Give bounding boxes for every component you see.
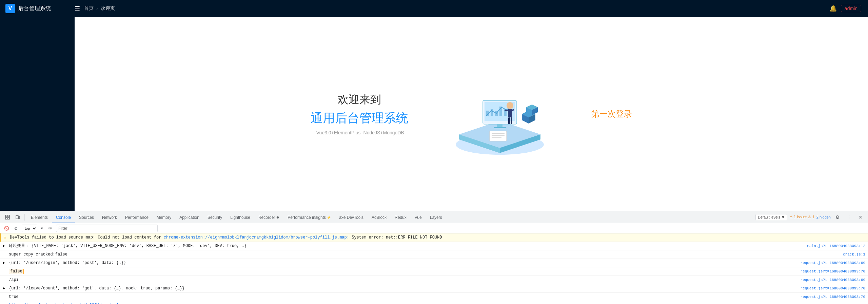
- console-row: ⚠ DevTools failed to load source map: Co…: [0, 233, 868, 242]
- tab-application[interactable]: Application: [175, 212, 203, 223]
- tab-lighthouse[interactable]: Lighthouse: [226, 212, 254, 223]
- tab-elements[interactable]: Elements: [27, 212, 52, 223]
- illustration: [442, 66, 557, 162]
- false-value: false: [9, 269, 24, 274]
- console-row: ▶ {url: '/leave/count', method: 'get', d…: [0, 284, 868, 293]
- console-row: true request.js?t=1688004038093:70: [0, 293, 868, 301]
- device-toggle-btn[interactable]: [13, 212, 22, 222]
- console-row: https://www.fastmock.site/mock/da68fdd..…: [0, 301, 868, 304]
- expand-icon[interactable]: ▶: [3, 260, 9, 266]
- console-message: https://www.fastmock.site/mock/da68fdd..…: [9, 302, 865, 304]
- eye-btn[interactable]: 👁: [46, 225, 54, 232]
- devtools-filter-bar: 🚫 ⊘ top ▼ 👁: [0, 223, 868, 233]
- console-row: ▶ 环境变量： {VITE_NAME: 'jack', VITE_USER_NO…: [0, 242, 868, 250]
- console-row: false request.js?t=1688004038093:70: [0, 267, 868, 276]
- tab-adblock[interactable]: AdBlock: [368, 212, 391, 223]
- console-source-link[interactable]: request.js?t=1688004038093:69: [801, 260, 865, 266]
- more-options-btn[interactable]: ⋮: [844, 212, 854, 222]
- console-message: true: [9, 294, 798, 300]
- tab-memory[interactable]: Memory: [153, 212, 175, 223]
- context-select[interactable]: top: [22, 225, 37, 232]
- welcome-text: 欢迎来到 通用后台管理系统 -Vue3.0+ElementPlus+NodeJS…: [311, 92, 408, 135]
- console-message: super_copy_cracked:false: [9, 251, 840, 258]
- console-source-link[interactable]: crack.js:1: [843, 251, 865, 258]
- source-map-link[interactable]: chrome-extension://eighmmolobklfanjocnam…: [164, 235, 347, 240]
- welcome-subtitle: 通用后台管理系统: [311, 110, 408, 127]
- console-message: {url: '/leave/count', method: 'get', dat…: [9, 285, 798, 291]
- svg-rect-12: [494, 127, 506, 128]
- svg-rect-33: [16, 215, 18, 219]
- expand-icon[interactable]: ▶: [3, 285, 9, 291]
- settings-btn[interactable]: ⚙: [833, 212, 842, 222]
- inspect-element-btn[interactable]: [3, 212, 12, 222]
- main-content: 欢迎来到 通用后台管理系统 -Vue3.0+ElementPlus+NodeJS…: [75, 17, 868, 211]
- console-row: super_copy_cracked:false crack.js:1: [0, 250, 868, 259]
- filter-input[interactable]: [56, 225, 158, 232]
- breadcrumb-current: 欢迎页: [101, 5, 115, 12]
- topbar-right: 🔔 admin: [829, 5, 868, 12]
- svg-rect-24: [511, 117, 512, 124]
- tab-layers[interactable]: Layers: [426, 212, 446, 223]
- svg-rect-30: [8, 215, 9, 217]
- svg-rect-23: [508, 117, 510, 124]
- console-row: /api request.js?t=1688004038093:69: [0, 276, 868, 284]
- svg-rect-25: [490, 131, 507, 141]
- svg-rect-8: [495, 111, 498, 116]
- console-source-link[interactable]: request.js?t=1688004038093:70: [801, 268, 865, 274]
- sidebar: [0, 17, 75, 211]
- console-message: DevTools failed to load source map: Coul…: [10, 234, 865, 241]
- svg-rect-34: [19, 216, 20, 219]
- welcome-area: 欢迎来到 通用后台管理系统 -Vue3.0+ElementPlus+NodeJS…: [75, 66, 868, 162]
- tab-recorder[interactable]: Recorder ⏺: [254, 212, 283, 223]
- svg-point-19: [507, 102, 513, 109]
- logo-area: V 后台管理系统: [0, 4, 75, 13]
- tab-vue[interactable]: Vue: [411, 212, 426, 223]
- breadcrumb-home[interactable]: 首页: [84, 5, 94, 12]
- svg-rect-9: [499, 107, 502, 116]
- app-title: 后台管理系统: [18, 5, 51, 12]
- first-login-text: 第一次登录: [591, 109, 632, 119]
- console-source-link[interactable]: request.js?t=1688004038093:70: [801, 294, 865, 300]
- issues-badge: ⚠ 1 Issue: ⚠ 1: [789, 215, 814, 219]
- breadcrumb-separator: ›: [96, 6, 98, 11]
- devtools-panel: Elements Console Sources Network Perform…: [0, 211, 868, 304]
- console-source-link[interactable]: request.js?t=1688004038093:69: [801, 277, 865, 283]
- warning-icon: ⚠: [4, 234, 10, 241]
- console-message: 环境变量： {VITE_NAME: 'jack', VITE_USER_NODE…: [9, 243, 804, 249]
- topbar: V 后台管理系统 ☰ 首页 › 欢迎页 🔔 admin: [0, 0, 868, 17]
- devtools-content: ⚠ DevTools failed to load source map: Co…: [0, 233, 868, 304]
- svg-rect-31: [5, 217, 7, 219]
- console-message: /api: [9, 277, 798, 283]
- expand-icon[interactable]: ▶: [3, 243, 9, 249]
- tab-console[interactable]: Console: [52, 212, 75, 223]
- tab-redux[interactable]: Redux: [391, 212, 411, 223]
- hidden-badge[interactable]: 2 hidden: [816, 215, 831, 219]
- devtools-toolbar: Elements Console Sources Network Perform…: [0, 211, 868, 223]
- console-message: {url: '/users/login', method: 'post', da…: [9, 260, 798, 266]
- console-source-link[interactable]: request.js?t=1688004038093:70: [801, 285, 865, 291]
- breadcrumb: 首页 › 欢迎页: [84, 5, 829, 12]
- menu-icon[interactable]: ☰: [75, 5, 80, 12]
- console-row: ▶ {url: '/users/login', method: 'post', …: [0, 259, 868, 267]
- filter-toggle-btn[interactable]: ⊘: [12, 225, 20, 232]
- tab-security[interactable]: Security: [203, 212, 226, 223]
- tab-performance-insights[interactable]: Performance insights ⚡: [283, 212, 335, 223]
- clear-console-btn[interactable]: 🚫: [3, 225, 10, 232]
- console-message: false: [9, 268, 798, 274]
- notification-icon[interactable]: 🔔: [829, 5, 837, 12]
- tab-sources[interactable]: Sources: [75, 212, 98, 223]
- toolbar-divider: [24, 214, 25, 221]
- devtools-tabs: Elements Console Sources Network Perform…: [27, 211, 755, 223]
- svg-rect-21: [505, 110, 508, 111]
- tab-performance[interactable]: Performance: [121, 212, 153, 223]
- default-levels-btn[interactable]: Default levels ▼: [755, 214, 787, 220]
- admin-button[interactable]: admin: [841, 5, 861, 12]
- console-source-link[interactable]: main.js?t=1688004038093:12: [807, 243, 865, 249]
- svg-rect-7: [491, 109, 493, 116]
- close-devtools-btn[interactable]: ✕: [856, 212, 865, 222]
- tab-network[interactable]: Network: [98, 212, 121, 223]
- tab-axe-devtools[interactable]: axe DevTools: [335, 212, 368, 223]
- welcome-title: 欢迎来到: [311, 92, 408, 107]
- svg-rect-32: [8, 217, 9, 219]
- svg-rect-6: [486, 111, 489, 116]
